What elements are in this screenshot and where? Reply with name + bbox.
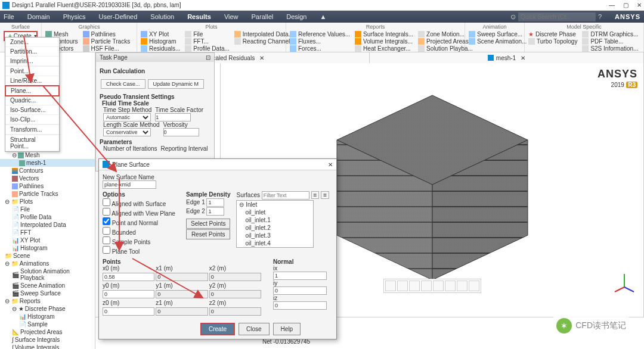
dropdown-zone[interactable]: Zone... xyxy=(5,38,59,47)
vtool-btn[interactable] xyxy=(433,281,444,291)
dropdown-iso-clip[interactable]: Iso-Clip... xyxy=(5,115,59,124)
iy-input[interactable] xyxy=(273,286,327,295)
tree-plots[interactable]: ⊖ 📁 Plots xyxy=(0,198,95,205)
close-dialog-button[interactable]: Close xyxy=(239,323,270,335)
dropdown-structural[interactable]: Structural Point... xyxy=(5,135,59,151)
tree-particle[interactable]: Particle Tracks xyxy=(0,190,95,198)
tree-file[interactable]: 📄 File xyxy=(0,205,95,213)
z0-input[interactable] xyxy=(103,307,154,316)
opt-bounded[interactable]: Bounded xyxy=(103,227,180,236)
dropdown-imprint[interactable]: Imprint... xyxy=(5,57,59,66)
vtool-btn[interactable] xyxy=(397,281,408,291)
menu-parallel[interactable]: Parallel xyxy=(252,13,274,20)
dropdown-plane[interactable]: Plane... xyxy=(5,85,60,96)
ribbon-heatex[interactable]: Heat Exchanger... xyxy=(355,45,413,52)
ribbon-pathlines[interactable]: Pathlines xyxy=(83,31,131,38)
ribbon-hsf[interactable]: HSF File... xyxy=(83,45,131,52)
vtool-btn[interactable] xyxy=(469,281,479,291)
tree-interp[interactable]: 📄 Interpolated Data xyxy=(0,221,95,229)
time-scale-factor-input[interactable] xyxy=(155,113,191,121)
ribbon-plotfile[interactable]: File xyxy=(185,31,230,38)
dropdown-iso-surface[interactable]: Iso-Surface... xyxy=(5,105,59,115)
dialog-close-button[interactable]: ✕ xyxy=(328,161,333,168)
tree-sample[interactable]: 📄 Sample xyxy=(0,320,95,328)
y1-input[interactable] xyxy=(156,290,208,298)
tree-sanim[interactable]: 🎬 Scene Animation xyxy=(0,282,95,289)
ribbon-forces[interactable]: Forces... xyxy=(290,45,350,52)
select-points-button[interactable]: Select Points xyxy=(186,219,230,229)
tree-xy[interactable]: 📊 XY Plot xyxy=(0,236,95,244)
menu-file[interactable]: File xyxy=(4,13,14,20)
x0-input[interactable] xyxy=(103,273,154,281)
tree-reports[interactable]: ⊖ 📁 Reports xyxy=(0,297,95,305)
ribbon-turbo[interactable]: Turbo Topology xyxy=(528,38,577,45)
tree-hist[interactable]: 📊 Histogram xyxy=(0,244,95,252)
minimize-button[interactable]: — xyxy=(609,2,615,8)
x2-input[interactable] xyxy=(209,273,261,281)
check-case-button[interactable]: Check Case... xyxy=(101,79,145,89)
menu-solution[interactable]: Solution xyxy=(150,13,174,20)
ribbon-profile[interactable]: Profile Data... xyxy=(185,45,230,52)
tree-contours[interactable]: Contours xyxy=(0,167,95,174)
ribbon-particle-tracks[interactable]: Particle Tracks xyxy=(83,38,131,45)
tree-mesh[interactable]: ⊖ Mesh xyxy=(0,151,95,159)
maximize-button[interactable]: ▢ xyxy=(623,2,628,8)
filter-icon2[interactable]: ≡ xyxy=(321,191,329,199)
menu-user-defined[interactable]: User-Defined xyxy=(99,13,138,20)
help-button[interactable]: Help xyxy=(273,323,301,335)
quick-search-input[interactable] xyxy=(518,13,596,21)
opt-aligned-view[interactable]: Aligned with View Plane xyxy=(103,208,180,217)
ribbon-dphase[interactable]: ★Discrete Phase xyxy=(528,31,577,38)
dropdown-line[interactable]: Line/Rake... xyxy=(5,76,59,86)
tree-scene[interactable]: 📁 Scene xyxy=(0,252,95,260)
ribbon-surfint[interactable]: Surface Integrals... xyxy=(355,31,413,38)
ribbon-volint[interactable]: Volume Integrals... xyxy=(355,38,413,45)
create-button[interactable]: Create xyxy=(200,323,235,335)
menu-view[interactable]: View xyxy=(224,13,239,20)
vtool-btn[interactable] xyxy=(385,281,396,291)
reset-points-button[interactable]: Reset Points xyxy=(186,229,230,239)
z2-input[interactable] xyxy=(209,307,261,316)
opt-aligned-surface[interactable]: Aligned with Surface xyxy=(103,198,180,207)
ribbon-xyplot[interactable]: XY Plot xyxy=(141,31,180,38)
tree-profile[interactable]: 📄 Profile Data xyxy=(0,213,95,221)
ribbon-histogram[interactable]: Histogram xyxy=(141,38,180,45)
close-button[interactable]: ✕ xyxy=(637,2,642,8)
ribbon-sweep[interactable]: Sweep Surface... xyxy=(469,31,527,38)
vtool-btn[interactable] xyxy=(421,281,432,291)
x1-input[interactable] xyxy=(156,273,208,281)
vtool-btn[interactable] xyxy=(409,281,420,291)
task-page-expand-icon[interactable]: ⊡ xyxy=(206,54,210,61)
tree-vi[interactable]: ∫ Volume Integrals xyxy=(0,344,95,349)
ribbon-refvals[interactable]: Reference Values... xyxy=(290,31,350,38)
z1-input[interactable] xyxy=(156,307,208,316)
tree-dhist[interactable]: 📊 Histogram xyxy=(0,313,95,320)
tree-mesh-1[interactable]: mesh-1 xyxy=(0,159,95,167)
tree-pathlines[interactable]: Pathlines xyxy=(0,182,95,190)
tree-vectors[interactable]: Vectors xyxy=(0,174,95,182)
search-help-icon[interactable]: ? xyxy=(598,13,602,20)
tree-si[interactable]: ∫ Surface Integrals xyxy=(0,336,95,344)
edge1-input[interactable] xyxy=(206,198,224,207)
close-icon[interactable]: ✕ xyxy=(259,55,264,61)
dropdown-transform[interactable]: Transform... xyxy=(5,125,59,135)
tree-anim[interactable]: ⊖ 📁 Animations xyxy=(0,260,95,267)
vtool-btn[interactable] xyxy=(457,281,467,291)
menu-domain[interactable]: Domain xyxy=(27,13,50,20)
y2-input[interactable] xyxy=(209,290,261,298)
dropdown-quadric[interactable]: Quadric... xyxy=(5,96,59,105)
ribbon-fluxes[interactable]: Fluxes... xyxy=(290,38,350,45)
surfaces-listbox[interactable]: ⊖ Inlet oil_inlet oil_inlet.1 oil_inlet.… xyxy=(236,200,314,248)
tree-sap[interactable]: 🎬 Solution Animation Playback xyxy=(0,267,95,282)
ix-input[interactable] xyxy=(273,272,327,280)
menu-results[interactable]: Results xyxy=(187,13,211,20)
ribbon-residuals[interactable]: Residuals... xyxy=(141,45,180,52)
ribbon-s2s[interactable]: S2S Information... xyxy=(582,45,638,52)
vtool-btn[interactable] xyxy=(445,281,456,291)
tree-dp[interactable]: ⊖ ★ Discrete Phase xyxy=(0,305,95,313)
tab-mesh-1[interactable]: mesh-1✕ xyxy=(370,52,644,63)
update-mesh-button[interactable]: Update Dynamic M xyxy=(148,79,205,89)
menu-design[interactable]: Design xyxy=(286,13,306,20)
filter-icon[interactable]: ≡ xyxy=(311,191,320,199)
opt-point-normal[interactable]: Point and Normal xyxy=(103,217,180,226)
